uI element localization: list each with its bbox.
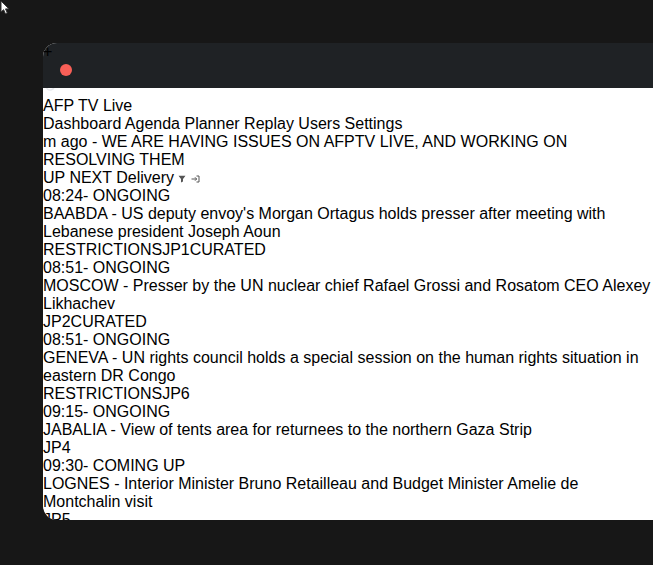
event-badges: JP4 xyxy=(43,439,653,457)
up-next-item[interactable]: 08:51- ONGOING MOSCOW - Presser by the U… xyxy=(43,259,653,331)
notification-icon xyxy=(111,64,123,76)
logo-afp-text: AFP xyxy=(43,97,74,114)
event-badges: RESTRICTIONSJP6 xyxy=(43,385,653,403)
minimize-window-button[interactable] xyxy=(87,64,99,76)
up-next-item[interactable]: 09:15- ONGOING JABALIA - View of tents a… xyxy=(43,403,653,457)
up-next-header: UP NEXT Delivery xyxy=(43,169,653,187)
event-title: MOSCOW - Presser by the UN nuclear chief… xyxy=(43,277,653,313)
alert-banner: m ago - WE ARE HAVING ISSUES ON AFPTV LI… xyxy=(43,133,653,169)
main-nav: Dashboard Agenda Planner Replay Users Se… xyxy=(43,115,653,133)
mouse-cursor xyxy=(0,0,11,15)
event-badges: JP5 xyxy=(43,511,653,520)
nav-item-replay[interactable]: Replay xyxy=(244,115,294,132)
up-next-item[interactable]: 08:24- ONGOING BAABDA - US deputy envoy'… xyxy=(43,187,653,259)
badge-jp2: JP2 xyxy=(43,313,71,330)
notification-icon xyxy=(124,64,136,76)
event-status: - ONGOING xyxy=(83,259,170,276)
event-title: JABALIA - View of tents area for returne… xyxy=(43,421,653,439)
event-badges: RESTRICTIONSJP1CURATED xyxy=(43,241,653,259)
delivery-filter-label[interactable]: Delivery xyxy=(116,169,174,186)
event-time-badge: 09:30 xyxy=(43,457,83,474)
app-header: AFP TV Live Dashboard Agenda Planner Rep… xyxy=(43,97,653,133)
close-window-button[interactable] xyxy=(60,64,72,76)
afp-tv-live-logo[interactable]: AFP TV Live xyxy=(43,97,653,115)
browser-window: + ← → AFP TV Live Dashboard Agenda Plann… xyxy=(43,43,653,520)
badge-curated: CURATED xyxy=(190,241,266,258)
badge-jp5: JP5 xyxy=(43,511,71,520)
up-next-item[interactable]: 08:51- ONGOING GENEVA - UN rights counci… xyxy=(43,331,653,403)
up-next-item[interactable]: 09:30- COMING UP LOGNES - Interior Minis… xyxy=(43,457,653,520)
event-status: - ONGOING xyxy=(83,331,170,348)
event-status: - COMING UP xyxy=(83,457,185,474)
badge-jp1: JP1 xyxy=(162,241,190,258)
nav-item-dashboard[interactable]: Dashboard xyxy=(43,115,121,132)
event-title: BAABDA - US deputy envoy's Morgan Ortagu… xyxy=(43,205,653,241)
up-next-panel: UP NEXT Delivery 08:24- ONGOING BAABDA -… xyxy=(43,169,653,520)
event-time-badge: 09:15 xyxy=(43,403,83,420)
collapse-panel-icon[interactable] xyxy=(191,175,200,183)
maximize-window-button[interactable] xyxy=(43,64,55,76)
main-area: UP NEXT Delivery 08:24- ONGOING BAABDA -… xyxy=(43,169,653,520)
nav-item-agenda[interactable]: Agenda xyxy=(125,115,180,132)
badge-restrictions: RESTRICTIONS xyxy=(43,385,162,402)
up-next-title: UP NEXT xyxy=(43,169,112,186)
badge-jp6: JP6 xyxy=(162,385,190,402)
up-next-list: 08:24- ONGOING BAABDA - US deputy envoy'… xyxy=(43,187,653,520)
event-time-badge: 08:51 xyxy=(43,259,83,276)
badge-curated: CURATED xyxy=(71,313,147,330)
event-title: GENEVA - UN rights council holds a speci… xyxy=(43,349,653,385)
new-tab-button[interactable]: + xyxy=(43,43,653,61)
event-title: LOGNES - Interior Minister Bruno Retaill… xyxy=(43,475,653,511)
event-status: - ONGOING xyxy=(83,187,170,204)
nav-item-settings[interactable]: Settings xyxy=(345,115,403,132)
screenshot-stage: + ← → AFP TV Live Dashboard Agenda Plann… xyxy=(0,0,653,565)
nav-item-users[interactable]: Users xyxy=(298,115,340,132)
event-time-badge: 08:24 xyxy=(43,187,83,204)
event-status: - ONGOING xyxy=(83,403,170,420)
badge-jp4: JP4 xyxy=(43,439,71,456)
logo-tvlive-text: TV Live xyxy=(78,97,132,114)
nav-item-planner[interactable]: Planner xyxy=(184,115,239,132)
event-time-badge: 08:51 xyxy=(43,331,83,348)
badge-restrictions: RESTRICTIONS xyxy=(43,241,162,258)
event-badges: JP2CURATED xyxy=(43,313,653,331)
filter-icon[interactable] xyxy=(178,175,186,183)
